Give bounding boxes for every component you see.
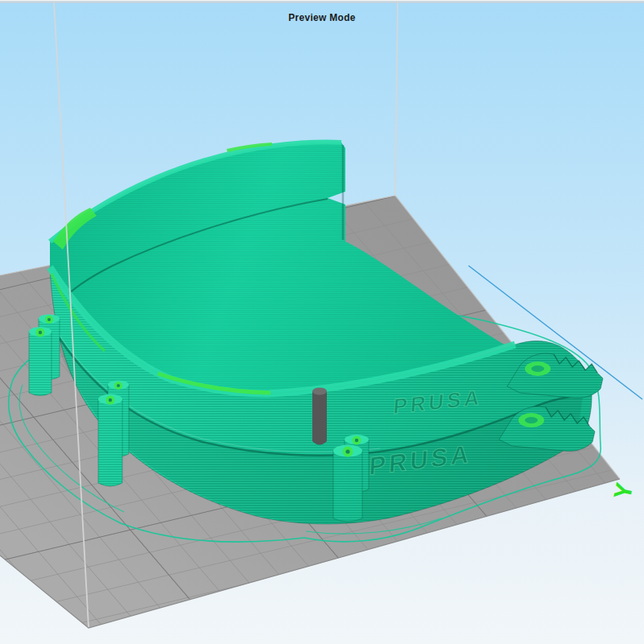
- purge-pin: [312, 388, 327, 445]
- support-peg-mid-front: [98, 394, 122, 487]
- 3d-viewport[interactable]: PRUSA PRUSA: [0, 0, 644, 644]
- top-border-highlight: [0, 0, 644, 2]
- top-border: [0, 2, 644, 3]
- slicer-preview-window: PRUSA PRUSA: [0, 0, 644, 644]
- support-peg-center-front: [333, 445, 362, 522]
- support-peg-left-front: [29, 327, 52, 396]
